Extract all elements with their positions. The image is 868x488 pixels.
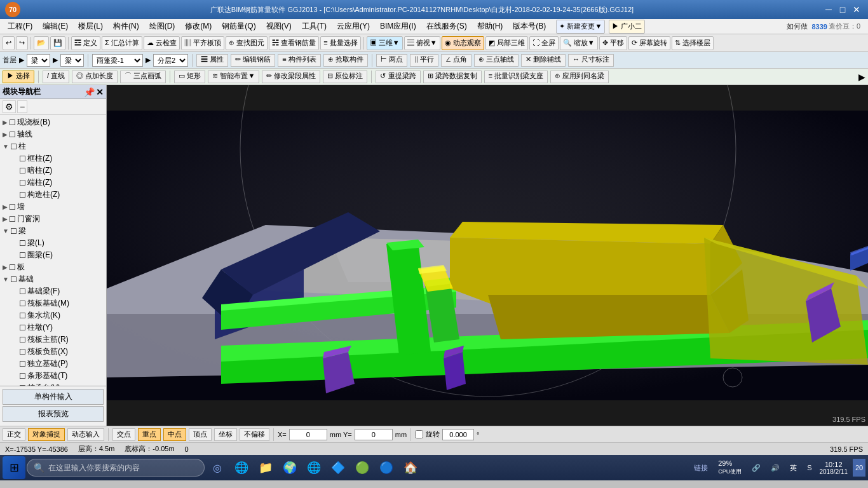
redo-button[interactable]: ↪ bbox=[16, 36, 28, 50]
rect-button[interactable]: ▭ 矩形 bbox=[174, 71, 205, 83]
taskbar-clock[interactable]: 10:12 2018/2/11 bbox=[820, 461, 848, 475]
two-point-button[interactable]: ⊢ 两点 bbox=[376, 54, 407, 67]
taskbar-explorer[interactable]: 📁 bbox=[254, 456, 277, 479]
intersect-button[interactable]: 交点 bbox=[112, 428, 135, 441]
screen-rotate-button[interactable]: ⟳ 屏幕旋转 bbox=[628, 36, 670, 50]
menu-version[interactable]: 版本号(B) bbox=[508, 20, 551, 33]
tree-arrow-node-wall[interactable]: ▶ bbox=[3, 203, 8, 210]
three-axis-button[interactable]: ⊕ 三点轴线 bbox=[474, 54, 519, 67]
start-button[interactable]: ⊞ bbox=[3, 456, 25, 479]
tree-item-node-structcol[interactable]: ☐构造柱(Z) bbox=[1, 189, 105, 201]
single-input-button[interactable]: 单构件输入 bbox=[3, 389, 104, 405]
edit-rebar-button[interactable]: ✏ 编辑钢筋 bbox=[231, 54, 275, 67]
tray-volume[interactable]: 🔊 bbox=[768, 463, 782, 473]
save-button[interactable]: 💾 bbox=[50, 36, 65, 50]
menu-help[interactable]: 帮助(H) bbox=[472, 20, 508, 33]
menu-rebar[interactable]: 钢筋量(Q) bbox=[217, 20, 261, 33]
tree-item-node-raft[interactable]: ☐筏板基础(M) bbox=[1, 297, 105, 309]
open-button[interactable]: 📂 bbox=[34, 36, 49, 50]
tree-item-node-pillar[interactable]: ☐柱墩(Y) bbox=[1, 322, 105, 334]
ortho-button[interactable]: 正交 bbox=[3, 428, 25, 441]
tree-item-node-ring[interactable]: ☐圈梁(E) bbox=[1, 249, 105, 261]
comp-list-button[interactable]: ≡ 构件列表 bbox=[278, 54, 320, 67]
parallel-button[interactable]: ∥ 平行 bbox=[410, 54, 438, 67]
define-button[interactable]: ☲ 定义 bbox=[71, 36, 100, 50]
action-center[interactable]: 20 bbox=[853, 459, 865, 477]
taskbar-app1[interactable]: 🔷 bbox=[327, 456, 349, 479]
tree-item-node-sump[interactable]: ☐集水坑(K) bbox=[1, 309, 105, 322]
minimize-button[interactable]: ─ bbox=[822, 3, 835, 16]
maximize-button[interactable]: □ bbox=[836, 3, 849, 16]
taskbar-cortana[interactable]: ◎ bbox=[206, 456, 229, 479]
taskbar-ie[interactable]: 🌐 bbox=[230, 456, 253, 479]
tree-item-node-raft-main[interactable]: ☐筏板主筋(R) bbox=[1, 334, 105, 346]
fullscreen-button[interactable]: ⛶ 全屏 bbox=[529, 36, 559, 50]
batch-id-button[interactable]: ≡ 批量识别梁支座 bbox=[484, 71, 548, 83]
tree-arrow-node-col[interactable]: ▼ bbox=[3, 143, 9, 150]
close-button[interactable]: ✕ bbox=[850, 3, 863, 16]
batch-select-button[interactable]: ≡ 批量选择 bbox=[320, 36, 360, 50]
flatten-button[interactable]: ▥ 平齐板顶 bbox=[181, 36, 224, 50]
coord-button[interactable]: 坐标 bbox=[214, 428, 237, 441]
tree-item-node-slab[interactable]: ▶☐现浇板(B) bbox=[1, 116, 105, 128]
menu-floor[interactable]: 楼层(L) bbox=[73, 20, 108, 33]
three-arc-button[interactable]: ⌒ 三点画弧 bbox=[120, 71, 166, 83]
tree-item-node-basebeam[interactable]: ☐基础梁(F) bbox=[1, 285, 105, 297]
y-coord-input[interactable] bbox=[355, 429, 393, 440]
tray-ime[interactable]: 英 bbox=[787, 462, 799, 474]
taskbar-app2[interactable]: 🟢 bbox=[351, 456, 374, 479]
snap-button[interactable]: 对象捕捉 bbox=[28, 428, 65, 441]
menu-cloud[interactable]: 云应用(Y) bbox=[332, 20, 375, 33]
tray-network[interactable]: 🔗 bbox=[749, 463, 763, 473]
angle-button[interactable]: ∠ 点角 bbox=[441, 54, 471, 67]
modify-seg-button[interactable]: ✏ 修改梁段属性 bbox=[262, 71, 320, 83]
taskbar-chrome[interactable]: 🌍 bbox=[278, 456, 301, 479]
midpoint-button[interactable]: 重点 bbox=[138, 428, 161, 441]
taskbar-search[interactable]: 🔍 在这里输入你要搜索的内容 bbox=[27, 459, 205, 477]
tree-item-node-axis[interactable]: ▶☐轴线 bbox=[1, 128, 105, 140]
dynamic-button[interactable]: 动态输入 bbox=[67, 428, 104, 441]
sidebar-tool-minus[interactable]: − bbox=[17, 100, 27, 113]
tree-item-node-door[interactable]: ▶☐门窗洞 bbox=[1, 213, 105, 225]
vertex-button[interactable]: 顶点 bbox=[189, 428, 212, 441]
threed-button[interactable]: ▣ 三维▼ bbox=[367, 36, 403, 50]
expand-arrow[interactable]: ▶ bbox=[858, 72, 865, 82]
taskbar-ie2[interactable]: 🌐 bbox=[302, 456, 325, 479]
line-button[interactable]: / 直线 bbox=[43, 71, 69, 83]
type2-select[interactable]: 梁 bbox=[60, 54, 84, 67]
menu-bim[interactable]: BIM应用(I) bbox=[375, 20, 421, 33]
re-beam-button[interactable]: ↺ 重提梁跨 bbox=[376, 71, 420, 83]
pan-button[interactable]: ✥ 平移 bbox=[599, 36, 627, 50]
del-aux-button[interactable]: ✕ 删除辅线 bbox=[521, 54, 566, 67]
tree-item-node-wall[interactable]: ▶☐墙 bbox=[1, 201, 105, 213]
sidebar-tool-add[interactable]: ⚙ bbox=[3, 100, 16, 113]
type1-select[interactable]: 梁 bbox=[27, 54, 50, 67]
tree-item-node-raft-neg[interactable]: ☐筏板负筋(X) bbox=[1, 346, 105, 358]
dim-note-button[interactable]: ↔ 尺寸标注 bbox=[568, 54, 614, 67]
report-preview-button[interactable]: 报表预览 bbox=[3, 406, 104, 422]
zoom-button[interactable]: 🔍 缩放▼ bbox=[560, 36, 598, 50]
tree-item-node-col[interactable]: ▼☐柱 bbox=[1, 140, 105, 152]
copy-span-button[interactable]: ⊞ 梁跨数据复制 bbox=[423, 71, 482, 83]
tree-arrow-node-base[interactable]: ▼ bbox=[3, 276, 9, 283]
tray-ime2[interactable]: S bbox=[804, 463, 814, 473]
menu-project[interactable]: 工程(F) bbox=[3, 20, 37, 33]
view-rebar-button[interactable]: ☵ 查看钢筋量 bbox=[269, 36, 319, 50]
cloud-check-button[interactable]: ☁ 云检查 bbox=[144, 36, 180, 50]
menu-online[interactable]: 在线服务(S) bbox=[421, 20, 472, 33]
topview-button[interactable]: ▤ 俯视▼ bbox=[404, 36, 440, 50]
taskbar-app3[interactable]: 🔵 bbox=[375, 456, 398, 479]
x-coord-input[interactable] bbox=[289, 429, 327, 440]
tree-item-node-framecol[interactable]: ☐框柱(Z) bbox=[1, 152, 105, 165]
menu-edit[interactable]: 编辑(E) bbox=[37, 20, 73, 33]
total-calc-button[interactable]: Σ 汇总计算 bbox=[102, 36, 142, 50]
local-3d-button[interactable]: ◩ 局部三维 bbox=[485, 36, 528, 50]
tree-item-node-strip[interactable]: ☐条形基础(T) bbox=[1, 370, 105, 382]
tree-arrow-node-slab[interactable]: ▶ bbox=[3, 119, 8, 126]
tree-item-node-plate[interactable]: ▶☐板 bbox=[1, 261, 105, 273]
undo-button[interactable]: ↩ bbox=[3, 36, 15, 50]
sidebar-pin-button[interactable]: 📌 bbox=[84, 87, 95, 97]
tray-link[interactable]: 链接 bbox=[691, 462, 710, 474]
broadcast-button[interactable]: ▶ 广小二 bbox=[609, 20, 645, 34]
viewport[interactable]: Z 319.5 FPS bbox=[107, 85, 868, 426]
